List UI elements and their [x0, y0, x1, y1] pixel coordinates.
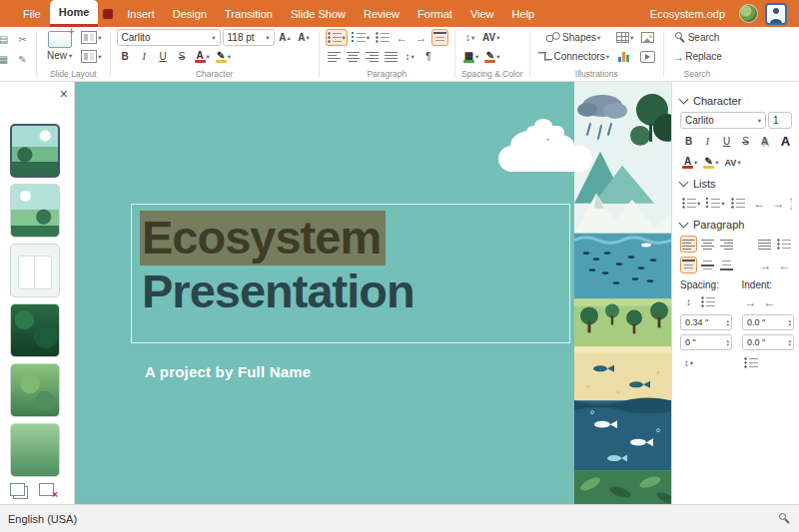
insert-chart-button[interactable]	[614, 48, 635, 65]
menu-tab-file[interactable]: File	[14, 0, 50, 27]
user-avatar[interactable]	[739, 4, 758, 23]
sidebar-bullet-list-button[interactable]: ▾	[680, 195, 702, 212]
insert-media-button[interactable]	[638, 48, 657, 65]
insert-table-button[interactable]: ▾	[614, 29, 635, 46]
space-above-icon[interactable]: ↕	[680, 293, 697, 310]
decrease-indent-button[interactable]: ←	[394, 29, 410, 46]
duplicate-slide-icon[interactable]	[10, 483, 25, 496]
menu-tab-review[interactable]: Review	[355, 0, 408, 27]
close-panel-icon[interactable]: ×	[60, 88, 68, 100]
numbered-list-button[interactable]: ▾	[350, 29, 372, 46]
outline-list-button[interactable]	[374, 29, 392, 46]
demote-button[interactable]: ←	[751, 195, 768, 212]
bullet-list-button[interactable]: ▾	[326, 29, 348, 46]
sidebar-shadow-button[interactable]: A	[756, 133, 773, 150]
lists-section-header[interactable]: Lists	[680, 178, 793, 190]
strikethrough-button[interactable]: S	[174, 48, 191, 65]
sidebar-align-left-button[interactable]	[680, 236, 697, 253]
sidebar-bold-button[interactable]: B	[680, 133, 697, 150]
user-list-icon[interactable]	[765, 3, 787, 25]
sidebar-valign-center-button[interactable]	[699, 257, 716, 273]
sidebar-italic-button[interactable]: I	[699, 133, 716, 150]
align-left-button[interactable]	[326, 48, 343, 65]
spinner-icon[interactable]: ▴▾	[788, 318, 791, 327]
paragraph-spacing-button[interactable]: ↕▾	[461, 29, 478, 46]
font-name-select[interactable]: Carlito ▾	[117, 29, 221, 46]
menu-tab-format[interactable]: Format	[408, 0, 461, 27]
paragraph-section-header[interactable]: Paragraph	[680, 219, 793, 231]
font-color-button[interactable]: A▾	[193, 48, 212, 65]
slide-thumbnail-6[interactable]	[10, 423, 60, 477]
highlight-color-button[interactable]: ✎▾	[214, 48, 233, 65]
spinner-icon[interactable]: ▴▾	[788, 338, 791, 347]
zoom-icon[interactable]	[779, 513, 791, 525]
area-fill-color-button[interactable]: ▦▾	[461, 48, 480, 65]
sidebar-font-color-button[interactable]: A▾	[680, 154, 699, 171]
sidebar-highlight-button[interactable]: ✎▾	[701, 154, 720, 171]
sidebar-strikethrough-button[interactable]: S	[737, 133, 754, 150]
slide-thumbnail-5[interactable]	[10, 363, 60, 417]
sidebar-line-spacing-button[interactable]	[775, 236, 793, 253]
line-spacing-button[interactable]: ↕▾	[401, 48, 418, 65]
sidebar-char-spacing-button[interactable]: AV▾	[723, 154, 743, 171]
delete-slide-icon[interactable]: ×	[39, 483, 54, 496]
language-status[interactable]: English (USA)	[8, 513, 77, 525]
title-text-box[interactable]: Ecosystem Presentation	[131, 204, 570, 343]
clone-formatting-icon[interactable]: ✎	[14, 51, 31, 68]
shapes-button[interactable]: Shapes ▾	[536, 29, 611, 46]
indent-before-field[interactable]: 0.0 " ▴▾	[742, 314, 794, 330]
copy-icon[interactable]: ▦	[0, 51, 12, 68]
menu-tab-transition[interactable]: Transition	[216, 0, 282, 27]
italic-button[interactable]: I	[136, 48, 153, 65]
bold-button[interactable]: B	[117, 48, 134, 65]
sidebar-underline-button[interactable]: U	[718, 133, 735, 150]
menu-tab-help[interactable]: Help	[503, 0, 544, 27]
subtitle-text[interactable]: A project by Full Name	[145, 363, 311, 380]
hanging-indent-button[interactable]	[742, 354, 760, 371]
align-center-button[interactable]	[345, 48, 362, 65]
menu-tab-home[interactable]: Home	[50, 0, 99, 27]
sidebar-justify-button[interactable]	[756, 236, 773, 253]
increase-indent-button[interactable]: →	[412, 29, 429, 46]
slide-thumbnail-1[interactable]	[10, 124, 60, 178]
slide-layout-button[interactable]: ▾	[79, 29, 103, 46]
cloud-shape[interactable]	[498, 146, 592, 172]
sidebar-align-right-button[interactable]	[718, 236, 735, 253]
cut-icon[interactable]: ✂	[14, 31, 31, 48]
menu-tab-design[interactable]: Design	[164, 0, 216, 27]
cloud-shape-small[interactable]	[526, 126, 564, 139]
shrink-font-button[interactable]: A▾	[296, 29, 313, 46]
character-spacing-button[interactable]: AV▾	[480, 29, 501, 46]
align-top-button[interactable]	[431, 29, 448, 46]
space-below-field[interactable]: 0 " ▴▾	[680, 334, 732, 350]
replace-button[interactable]: → Replace	[670, 48, 724, 65]
sidebar-text-direction-rtl-button[interactable]: ←	[776, 257, 793, 273]
sidebar-text-direction-ltr-button[interactable]: →	[757, 257, 774, 273]
promote-button[interactable]: →	[770, 195, 787, 212]
slide-thumbnail-4[interactable]	[10, 303, 60, 357]
new-slide-button[interactable]: New ▾	[43, 29, 76, 63]
text-direction-button[interactable]: ¶	[420, 48, 437, 65]
space-below-icon[interactable]	[699, 293, 717, 310]
slide-thumbnail-3[interactable]	[10, 244, 60, 297]
character-dialog-button[interactable]: A	[777, 133, 794, 150]
sidebar-numbered-list-button[interactable]: ▾	[704, 195, 726, 212]
font-size-select[interactable]: 118 pt ▾	[223, 29, 275, 46]
sidebar-font-size-input[interactable]: 1	[768, 112, 792, 129]
increase-indent-icon[interactable]: →	[742, 293, 759, 310]
slide-thumbnail-2[interactable]	[10, 184, 60, 238]
menu-tab-slideshow[interactable]: Slide Show	[282, 0, 355, 27]
slide-properties-button[interactable]: ▾	[79, 48, 103, 65]
sidebar-align-center-button[interactable]	[699, 236, 716, 253]
spinner-icon[interactable]: ▴▾	[726, 338, 729, 347]
indent-after-field[interactable]: 0.0 " ▴▾	[742, 334, 794, 350]
justify-button[interactable]	[383, 48, 400, 65]
sidebar-valign-bottom-button[interactable]	[718, 257, 735, 273]
sidebar-valign-top-button[interactable]	[680, 257, 697, 273]
character-section-header[interactable]: Character	[680, 95, 793, 107]
line-spacing-dropdown-button[interactable]: ↕▾	[680, 354, 697, 371]
decrease-indent-icon[interactable]: ←	[761, 293, 778, 310]
slide-canvas[interactable]: Ecosystem Presentation A project by Full…	[75, 82, 671, 504]
underline-button[interactable]: U	[155, 48, 172, 65]
search-button[interactable]: Search	[670, 29, 724, 46]
